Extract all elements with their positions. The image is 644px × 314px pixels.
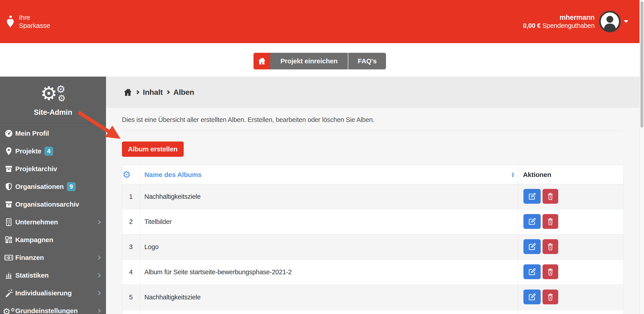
table-body: 1Nachhaltigkeitsziele2Titelbilder3Logo4A…: [122, 184, 623, 314]
home-icon: [258, 57, 266, 65]
sidebar-item-label: Finanzen: [15, 254, 44, 262]
delete-button[interactable]: [542, 239, 558, 254]
delete-button[interactable]: [542, 290, 558, 304]
home-icon[interactable]: [123, 88, 132, 97]
sidebar-item-grundeinstellungen[interactable]: ⚙⚙Grundeinstellungen: [0, 302, 106, 314]
chevron-right-icon: [96, 308, 101, 313]
row-actions: [518, 310, 623, 314]
chevron-right-icon: [166, 90, 170, 94]
row-number: 1: [122, 184, 140, 209]
delete-button[interactable]: [542, 189, 558, 204]
row-number: 5: [122, 285, 140, 310]
album-name: Nachhaltigkeitsziele: [140, 184, 518, 209]
scrollbar[interactable]: [640, 0, 644, 314]
site-admin-header: ⚙ ⚙ ⚙ Site-Admin: [0, 76, 106, 123]
albums-table: ⚙ Name des Albums ▲▼ Aktionen 1Nachhalti…: [122, 165, 623, 314]
table-row: 5Nachhaltigkeitsziele: [122, 285, 623, 310]
tab-projekt-einreichen[interactable]: Projekt einreichen: [270, 53, 348, 70]
page-description: Dies ist eine Übersicht aller erstellten…: [122, 116, 623, 124]
sparkasse-logo[interactable]: Ihre Sparkasse: [5, 14, 50, 30]
sidebar-item-unternehmen[interactable]: Unternehmen: [0, 213, 106, 231]
delete-button[interactable]: [542, 214, 558, 229]
sidebar: ⚙ ⚙ ⚙ Site-Admin Mein ProfilProjekte4Pro…: [0, 76, 106, 314]
avatar[interactable]: [599, 11, 621, 32]
chevron-right-icon: [96, 291, 101, 295]
tab-faqs[interactable]: FAQ's: [348, 53, 386, 70]
app-header: Ihre Sparkasse mhermann 0,00 € Spendengu…: [0, 0, 640, 43]
sidebar-item-mein-profil[interactable]: Mein Profil: [0, 124, 106, 142]
count-badge: 9: [67, 182, 76, 191]
chevron-right-icon: [96, 273, 101, 278]
chevron-right-icon: [96, 256, 101, 260]
breadcrumb: Inhalt Alben: [106, 76, 640, 108]
donation-balance: 0,00 € Spendenguthaben: [523, 22, 594, 30]
sidebar-item-statistiken[interactable]: Statistiken: [0, 266, 106, 284]
edit-button[interactable]: [524, 264, 541, 279]
name-column-label[interactable]: Name des Albums: [144, 171, 202, 178]
main-content: Dies ist eine Übersicht aller erstellten…: [106, 108, 640, 314]
sidebar-item-organisationen[interactable]: Organisationen9: [0, 178, 106, 196]
home-tab[interactable]: [254, 53, 270, 70]
sidebar-item-kampagnen[interactable]: Kampagnen: [0, 231, 106, 249]
magic-wand-icon: [4, 289, 14, 298]
row-actions: [518, 209, 623, 234]
chevron-down-icon[interactable]: [624, 20, 628, 23]
table-row: 1Nachhaltigkeitsziele: [122, 184, 623, 209]
sidebar-item-label: Unternehmen: [15, 218, 58, 226]
gears-icon: ⚙ ⚙ ⚙: [0, 76, 106, 106]
table-row: 4Album für Seite startseite-bewerbungsph…: [122, 260, 623, 285]
sidebar-item-organisationsarchiv[interactable]: Organisationsarchiv: [0, 196, 106, 213]
chevron-right-icon: [135, 90, 139, 94]
breadcrumb-item-inhalt[interactable]: Inhalt: [143, 88, 163, 96]
top-nav-band: Projekt einreichen FAQ's: [0, 43, 640, 76]
edit-button[interactable]: [524, 214, 541, 229]
album-name: Titelbilder: [140, 209, 518, 234]
building-icon: [4, 218, 14, 226]
breadcrumb-item-alben: Alben: [173, 88, 194, 96]
sidebar-item-label: Projekte: [15, 147, 41, 155]
album-name: Nachhaltigkeitsziele: [140, 285, 518, 310]
scrollbar-thumb[interactable]: [640, 1, 643, 128]
sidebar-item-label: Grundeinstellungen: [15, 307, 78, 314]
grid-icon: [4, 236, 14, 244]
row-actions: [518, 184, 623, 209]
table-row: 3Logo: [122, 234, 623, 260]
gear-icon: ⚙: [122, 169, 131, 180]
row-number: [122, 310, 140, 314]
shield-icon: [4, 182, 14, 191]
bar-chart-icon: [4, 272, 14, 279]
top-nav-tabs: Projekt einreichen FAQ's: [254, 53, 386, 70]
banknote-icon: [4, 254, 14, 261]
sidebar-item-individualisierung[interactable]: Individualisierung: [0, 284, 106, 302]
sidebar-item-projekte[interactable]: Projekte4: [0, 142, 106, 160]
row-actions: [518, 260, 623, 285]
sort-icon[interactable]: ▲▼: [511, 172, 515, 178]
gears-icon: ⚙⚙: [4, 306, 14, 314]
map-marker-icon: [4, 147, 14, 156]
edit-button[interactable]: [524, 189, 541, 204]
name-column-header[interactable]: Name des Albums ▲▼: [140, 165, 518, 184]
logo-text: Ihre Sparkasse: [19, 14, 50, 30]
sidebar-item-projektarchiv[interactable]: Projektarchiv: [0, 160, 106, 178]
delete-button[interactable]: [542, 264, 558, 279]
site-admin-title: Site-Admin: [0, 108, 106, 116]
settings-column-header[interactable]: ⚙: [122, 165, 140, 184]
sidebar-item-finanzen[interactable]: Finanzen: [0, 249, 106, 266]
edit-button[interactable]: [524, 239, 541, 254]
album-name: Logo: [140, 234, 518, 260]
sidebar-item-label: Organisationsarchiv: [15, 200, 79, 208]
admin-page: Ihre Sparkasse mhermann 0,00 € Spendengu…: [0, 0, 644, 314]
count-badge: 4: [44, 147, 53, 156]
create-album-button[interactable]: Album erstellen: [122, 142, 184, 157]
sidebar-item-label: Individualisierung: [15, 289, 72, 297]
album-name: Album für Seite startseite-bewerbungspha…: [140, 260, 518, 285]
album-name: [140, 310, 518, 314]
user-menu[interactable]: mhermann 0,00 € Spendenguthaben: [523, 11, 628, 32]
edit-button[interactable]: [524, 290, 541, 304]
heart-logo-icon: [5, 14, 16, 28]
sidebar-item-label: Organisationen: [15, 183, 64, 190]
table-header: ⚙ Name des Albums ▲▼ Aktionen: [122, 165, 623, 184]
row-number: 4: [122, 260, 140, 285]
sidebar-item-label: Kampagnen: [15, 236, 53, 244]
table-row: [122, 310, 623, 314]
